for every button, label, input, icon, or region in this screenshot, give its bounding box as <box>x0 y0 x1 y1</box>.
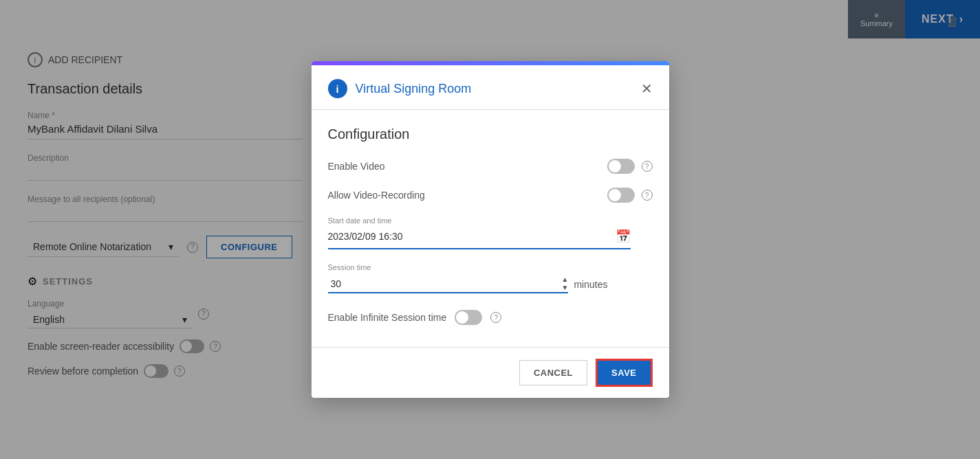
enable-video-label: Enable Video <box>328 161 385 172</box>
modal-header: i Virtual Signing Room ✕ <box>312 65 669 110</box>
start-date-input-row: 📅 <box>328 229 631 249</box>
allow-recording-right: ? <box>607 188 653 203</box>
infinite-session-help-icon[interactable]: ? <box>490 312 501 323</box>
spinner-down-icon[interactable]: ▼ <box>562 284 569 292</box>
cancel-button[interactable]: CANCEL <box>519 360 587 385</box>
session-time-input[interactable] <box>328 276 562 292</box>
allow-recording-help-icon[interactable]: ? <box>642 190 653 201</box>
modal: i Virtual Signing Room ✕ Configuration E… <box>312 61 669 398</box>
session-time-input-wrap: ▲ ▼ <box>328 276 569 293</box>
allow-recording-row: Allow Video-Recording ? <box>328 188 653 203</box>
config-title: Configuration <box>328 126 653 142</box>
enable-video-right: ? <box>607 159 653 174</box>
spinner-arrows[interactable]: ▲ ▼ <box>562 276 569 292</box>
start-date-group: Start date and time 📅 <box>328 216 653 249</box>
modal-info-icon: i <box>328 79 347 98</box>
modal-title: Virtual Signing Room <box>356 82 472 96</box>
modal-overlay: i Virtual Signing Room ✕ Configuration E… <box>0 0 980 459</box>
session-time-label: Session time <box>328 263 653 271</box>
save-button[interactable]: SAVE <box>596 359 652 387</box>
start-date-input[interactable] <box>328 231 616 242</box>
infinite-session-label: Enable Infinite Session time <box>328 312 447 323</box>
enable-video-row: Enable Video ? <box>328 159 653 174</box>
modal-body: Configuration Enable Video ? Allow Video… <box>312 110 669 347</box>
session-time-group: Session time ▲ ▼ minutes <box>328 263 653 293</box>
modal-footer: CANCEL SAVE <box>312 347 669 398</box>
allow-recording-label: Allow Video-Recording <box>328 190 425 201</box>
start-date-label: Start date and time <box>328 216 653 225</box>
calendar-icon[interactable]: 📅 <box>616 229 631 244</box>
allow-recording-toggle[interactable] <box>607 188 635 203</box>
enable-video-toggle[interactable] <box>607 159 635 174</box>
spinner-up-icon[interactable]: ▲ <box>562 276 569 284</box>
background-page: ≡ Summary NEXT › i ADD RECIPIENT Transac… <box>0 0 980 459</box>
infinite-session-toggle[interactable] <box>455 310 482 325</box>
modal-title-row: i Virtual Signing Room <box>328 79 472 98</box>
modal-close-button[interactable]: ✕ <box>641 80 653 97</box>
session-time-row: ▲ ▼ minutes <box>328 276 653 293</box>
enable-video-help-icon[interactable]: ? <box>642 161 653 172</box>
minutes-label: minutes <box>574 279 607 290</box>
infinite-session-row: Enable Infinite Session time ? <box>328 310 653 325</box>
